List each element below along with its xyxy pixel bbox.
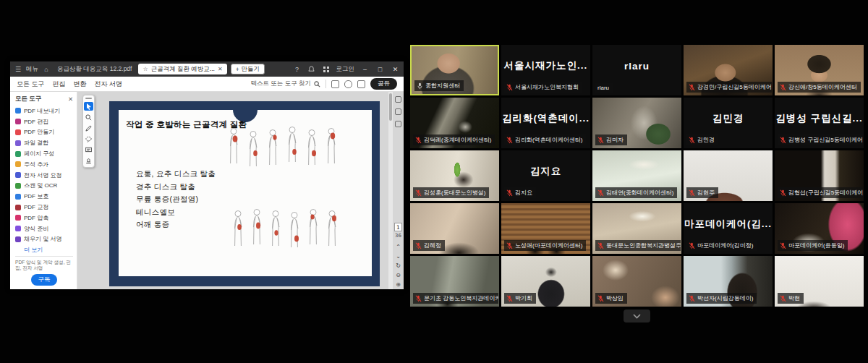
menubar-item-1[interactable]: 편집	[53, 80, 66, 89]
tool-label: PDF 보호	[24, 192, 48, 200]
hamburger-menu-icon[interactable]: ☰	[14, 65, 22, 74]
cloud-icon[interactable]	[344, 80, 352, 88]
close-tab-icon[interactable]: ✕	[218, 66, 223, 72]
slide-text-line: 요통, 요추 디스크 탈출	[136, 168, 216, 181]
menu-button[interactable]: 메뉴	[26, 65, 38, 74]
page-number-field[interactable]: 1	[394, 223, 402, 231]
participant-name-text: 김혜정	[424, 242, 441, 249]
muted-mic-icon	[597, 295, 604, 302]
sidebar-tool-item[interactable]: 채우기 및 서명	[15, 234, 73, 245]
menubar-item-2[interactable]: 변환	[74, 80, 87, 89]
apps-grid-icon[interactable]	[322, 65, 331, 74]
grid-collapse-button[interactable]	[624, 309, 650, 323]
slide-content: 작업 중 호발하는 근골격계 질환 요통, 요추 디스크 탈출경추 디스크 탈출…	[119, 110, 372, 276]
subscribe-button[interactable]: 구독	[31, 274, 57, 286]
participant-label: 강경민/구립신길5동데이케어..	[686, 82, 772, 93]
sidebar-tool-item[interactable]: 전자 서명 요청	[15, 170, 73, 181]
star-icon[interactable]: ☆	[142, 66, 148, 72]
participant-tile[interactable]: 박기회	[501, 256, 590, 307]
menubar-item-3[interactable]: 전자 서명	[95, 80, 123, 89]
participant-tile[interactable]: 김태연(중화데이케어센터)	[592, 150, 681, 201]
rotate-page-icon[interactable]: ↻	[396, 261, 401, 270]
sidebar-tool-item[interactable]: 스캔 및 OCR	[15, 181, 73, 192]
lasso-tool[interactable]	[84, 134, 93, 143]
text-comment-tool[interactable]	[84, 145, 93, 154]
zoom-tool[interactable]	[84, 113, 93, 121]
tool-icon	[15, 215, 21, 221]
print-icon[interactable]	[357, 80, 365, 88]
participant-tile[interactable]: 김지요김지요	[501, 150, 590, 201]
help-icon[interactable]: ?	[293, 65, 302, 74]
participant-tile[interactable]: 김병성 구립신길...김병성 구립신길5동데이케어..	[775, 98, 864, 148]
share-button[interactable]: 공유	[370, 78, 397, 90]
stamp-tool[interactable]	[84, 156, 93, 165]
pencil-annotate-tool[interactable]	[84, 124, 93, 132]
sidebar-tool-item[interactable]: PDF 보호	[15, 191, 73, 202]
menubar-item-0[interactable]: 모든 도구	[17, 80, 45, 89]
previous-page-icon[interactable]: ⌃	[396, 242, 401, 252]
tab-document-2[interactable]: ☆ 근골격계 질환 예방교... ✕	[138, 64, 226, 74]
sidebar-tool-item[interactable]: 양식 준비	[15, 223, 73, 234]
muted-mic-icon	[415, 242, 422, 249]
bookmarks-panel-icon[interactable]	[395, 121, 401, 127]
participant-tile[interactable]: 김덕례(중계데이케어센터)	[410, 98, 499, 148]
participant-tile[interactable]: 문기초 강동노인복지관데이케..	[410, 256, 499, 307]
right-panel-column: 1 36 ⌃ ⌄ ↻ ⊖ ⊕	[393, 92, 404, 289]
participant-tile-active-speaker[interactable]: 종합지원센터	[410, 45, 499, 95]
participant-tile[interactable]: 마포데이케어(김...마포데이케어(김미정)	[684, 203, 773, 254]
close-window-icon[interactable]: ✕	[391, 66, 400, 73]
participant-name-text: 김덕례(중계데이케어센터)	[424, 136, 491, 144]
participant-tile[interactable]: 김미자	[592, 98, 681, 148]
participant-tile[interactable]: 김민경김민경	[684, 98, 773, 148]
home-icon[interactable]: ⌂	[42, 65, 51, 74]
pdf-page: 작업 중 호발하는 근골격계 질환 요통, 요추 디스크 탈출경추 디스크 탈출…	[109, 101, 380, 286]
acrobat-menubar: 모든 도구편집변환전자 서명 텍스트 또는 도구 찾기 공유	[10, 77, 404, 92]
sidebar-tool-item[interactable]: PDF 압축	[15, 213, 73, 223]
tool-icon	[15, 140, 21, 146]
tab-document-1[interactable]: 응급상황 대응교육 12.2.pdf	[54, 65, 135, 74]
pain-figures-illustration-row2	[233, 208, 349, 253]
scrollbar-thumb[interactable]	[389, 93, 392, 121]
sidebar-tool-item[interactable]: PDF 편집	[15, 116, 73, 127]
select-tool[interactable]	[84, 102, 93, 111]
next-page-icon[interactable]: ⌄	[396, 252, 401, 261]
toolbar-drag-handle[interactable]	[85, 98, 92, 99]
sidebar-tool-item[interactable]: 파일 결합	[15, 137, 73, 148]
search-tools-field[interactable]: 텍스트 또는 도구 찾기	[250, 80, 320, 88]
sidebar-tool-item[interactable]: 페이지 구성	[15, 148, 73, 159]
login-button[interactable]: 로그인	[336, 65, 355, 74]
participant-tile[interactable]: 동대문노인종합복지관병설주..	[592, 203, 681, 254]
sidebar-tool-item[interactable]: 주석 추가	[15, 159, 73, 170]
participant-tile[interactable]: 김형섭(구립신길5동데이케어)	[775, 150, 864, 201]
comments-panel-icon[interactable]	[395, 96, 401, 103]
maximize-icon[interactable]: □	[375, 66, 385, 73]
notification-bell-icon[interactable]	[307, 65, 316, 74]
participant-tile[interactable]: 박선자(시립강동데이)	[684, 256, 773, 307]
create-button[interactable]: + 만들기	[231, 64, 265, 74]
participant-tile[interactable]: rlarurlaru	[592, 45, 681, 95]
participant-tile[interactable]: 마포데이케어(윤동일)	[775, 203, 864, 254]
more-tools-link[interactable]: 더 보기	[24, 246, 73, 254]
participant-name-text: 강경민/구립신길5동데이케어..	[697, 83, 772, 91]
participant-tile[interactable]: 김리화(역촌데이...김리화(역촌데이케어센터)	[501, 98, 590, 148]
minimize-icon[interactable]: –	[360, 66, 370, 73]
participant-tile[interactable]: 박현	[775, 256, 864, 307]
participant-tile[interactable]: 서울시재가노인...서울시재가노인복지협회	[501, 45, 590, 95]
sidebar-tool-item[interactable]: PDF 내보내기	[15, 106, 73, 116]
close-sidebar-icon[interactable]: ✕	[68, 95, 73, 103]
participant-tile[interactable]: 김혜정	[410, 203, 499, 254]
attachments-panel-icon[interactable]	[395, 108, 401, 115]
participant-tile[interactable]: 강신애/창5동데이케어센터	[775, 45, 864, 95]
export-doc-icon[interactable]	[331, 80, 339, 88]
participant-name-text: 김민경	[697, 136, 715, 144]
zoom-in-icon[interactable]: ⊕	[396, 280, 401, 289]
participant-tile[interactable]: 김성훈(동대문노인병설)	[410, 150, 499, 201]
sidebar-tool-item[interactable]: PDF 만들기	[15, 127, 73, 138]
participant-tile[interactable]: 박상임	[592, 256, 681, 307]
zoom-out-icon[interactable]: ⊖	[396, 270, 401, 280]
sidebar-tool-item[interactable]: PDF 교정	[15, 202, 73, 213]
participant-tile[interactable]: 노성애(마포데이케어센터)	[501, 203, 590, 254]
participant-tile[interactable]: 강경민/구립신길5동데이케어..	[684, 45, 773, 95]
participant-tile[interactable]: 김현주	[684, 150, 773, 201]
participant-name-text: 동대문노인종합복지관병설주..	[606, 242, 681, 249]
